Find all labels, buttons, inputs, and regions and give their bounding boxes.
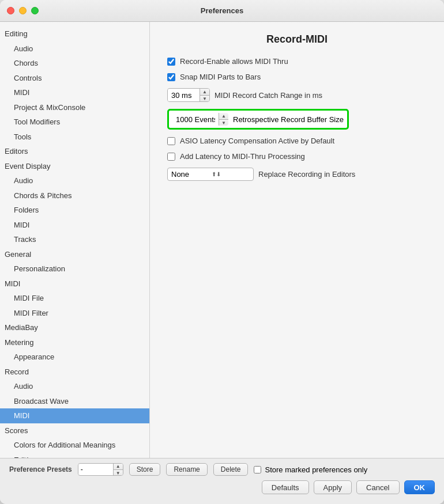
sidebar-item-midi2[interactable]: MIDI	[0, 218, 149, 233]
content-area: EditingAudioChordsControlsMIDIProject & …	[0, 22, 444, 458]
sidebar-item-editing[interactable]: Editing	[0, 26, 149, 41]
sidebar: EditingAudioChordsControlsMIDIProject & …	[0, 22, 150, 458]
traffic-lights	[7, 7, 39, 14]
sidebar-item-project-mixconsole[interactable]: Project & MixConsole	[0, 100, 149, 115]
add-latency-row: Add Latency to MIDI-Thru Processing	[167, 152, 427, 161]
preferences-window: Preferences EditingAudioChordsControlsMI…	[0, 0, 444, 504]
defaults-button[interactable]: Defaults	[262, 480, 309, 494]
asio-latency-row: ASIO Latency Compensation Active by Defa…	[167, 137, 427, 145]
presets-input[interactable]	[78, 464, 113, 475]
sidebar-item-record[interactable]: Record	[0, 365, 149, 380]
snap-midi-row: Snap MIDI Parts to Bars	[167, 73, 427, 81]
bottom-bar: Preference Presets ▲ ▼ Store Rename Dele…	[0, 458, 444, 504]
catch-range-up[interactable]: ▲	[200, 89, 209, 95]
sidebar-item-colors-additional[interactable]: Colors for Additional Meanings	[0, 438, 149, 453]
replace-recording-label: Replace Recording in Editors	[258, 170, 355, 179]
apply-button[interactable]: Apply	[314, 480, 352, 494]
sidebar-item-midi3[interactable]: MIDI	[0, 276, 149, 291]
catch-range-input[interactable]	[168, 89, 200, 101]
sidebar-item-editors[interactable]: Editors	[0, 144, 149, 159]
sidebar-item-tool-modifiers[interactable]: Tool Modifiers	[0, 115, 149, 130]
rename-button[interactable]: Rename	[166, 463, 207, 476]
sidebar-item-audio[interactable]: Audio	[0, 41, 149, 56]
retro-record-row: ▲ ▼ Retrospective Record Buffer Size	[167, 109, 349, 130]
store-marked-label: Store marked preferences only	[265, 465, 367, 474]
replace-recording-row: None ⬆⬇ Replace Recording in Editors	[167, 168, 427, 181]
snap-midi-label: Snap MIDI Parts to Bars	[180, 73, 261, 81]
catch-range-label: MIDI Record Catch Range in ms	[215, 91, 322, 100]
maximize-button[interactable]	[31, 7, 39, 14]
sidebar-item-midi[interactable]: MIDI	[0, 85, 149, 100]
sidebar-item-broadcast-wave[interactable]: Broadcast Wave	[0, 394, 149, 409]
record-enable-label: Record-Enable allows MIDI Thru	[180, 57, 288, 66]
presets-row: Preference Presets ▲ ▼ Store Rename Dele…	[9, 463, 435, 476]
sidebar-item-midi-file[interactable]: MIDI File	[0, 291, 149, 306]
retro-record-down[interactable]: ▼	[219, 119, 228, 126]
replace-recording-value: None	[171, 170, 209, 179]
sidebar-item-editing2[interactable]: Editing	[0, 453, 149, 458]
sidebar-item-audio2[interactable]: Audio	[0, 173, 149, 188]
add-latency-label: Add Latency to MIDI-Thru Processing	[180, 152, 305, 161]
presets-spinner-buttons: ▲ ▼	[113, 463, 123, 476]
sidebar-item-appearance[interactable]: Appearance	[0, 350, 149, 365]
main-panel: Record-MIDI Record-Enable allows MIDI Th…	[150, 22, 444, 458]
snap-midi-checkbox[interactable]	[167, 73, 175, 81]
sidebar-item-midi-selected[interactable]: MIDI	[0, 408, 149, 423]
close-button[interactable]	[7, 7, 14, 14]
sidebar-item-chords-pitches[interactable]: Chords & Pitches	[0, 188, 149, 203]
sidebar-item-controls[interactable]: Controls	[0, 71, 149, 86]
record-enable-checkbox[interactable]	[167, 58, 175, 66]
presets-up[interactable]: ▲	[114, 463, 123, 469]
sidebar-item-midi-filter[interactable]: MIDI Filter	[0, 306, 149, 321]
sidebar-item-tracks[interactable]: Tracks	[0, 232, 149, 247]
window-title: Preferences	[201, 6, 243, 15]
sidebar-item-chords[interactable]: Chords	[0, 56, 149, 71]
buttons-row: Defaults Apply Cancel OK	[9, 480, 435, 494]
presets-down[interactable]: ▼	[114, 469, 123, 476]
ok-button[interactable]: OK	[404, 480, 435, 494]
retro-record-highlighted-wrapper: ▲ ▼ Retrospective Record Buffer Size	[167, 109, 427, 130]
record-enable-row: Record-Enable allows MIDI Thru	[167, 57, 427, 66]
add-latency-checkbox[interactable]	[167, 153, 175, 161]
minimize-button[interactable]	[19, 7, 27, 14]
catch-range-row: ▲ ▼ MIDI Record Catch Range in ms	[167, 88, 427, 102]
sidebar-item-scores[interactable]: Scores	[0, 423, 149, 438]
sidebar-item-folders[interactable]: Folders	[0, 203, 149, 218]
replace-recording-select[interactable]: None ⬆⬇	[167, 168, 254, 181]
delete-button[interactable]: Delete	[213, 463, 249, 476]
store-marked-row: Store marked preferences only	[254, 465, 367, 474]
sidebar-item-personalization[interactable]: Personalization	[0, 262, 149, 276]
catch-range-spinner[interactable]: ▲ ▼	[167, 88, 210, 102]
retro-record-up[interactable]: ▲	[219, 113, 228, 119]
catch-range-down[interactable]: ▼	[200, 95, 209, 101]
sidebar-item-metering[interactable]: Metering	[0, 335, 149, 350]
titlebar: Preferences	[0, 0, 444, 22]
retro-record-label: Retrospective Record Buffer Size	[233, 115, 344, 124]
presets-select[interactable]: ▲ ▼	[78, 463, 123, 476]
store-button[interactable]: Store	[129, 463, 161, 476]
retro-record-spinner[interactable]: ▲ ▼	[172, 113, 228, 126]
catch-range-spinner-buttons: ▲ ▼	[200, 89, 209, 101]
asio-latency-label: ASIO Latency Compensation Active by Defa…	[180, 137, 334, 145]
presets-label: Preference Presets	[9, 465, 72, 473]
sidebar-item-general[interactable]: General	[0, 247, 149, 262]
asio-latency-checkbox[interactable]	[167, 137, 175, 145]
panel-title: Record-MIDI	[167, 33, 427, 46]
sidebar-item-event-display[interactable]: Event Display	[0, 159, 149, 174]
form-section: Record-Enable allows MIDI Thru Snap MIDI…	[167, 57, 427, 181]
retro-record-spinner-buttons: ▲ ▼	[219, 113, 228, 126]
sidebar-item-mediabay[interactable]: MediaBay	[0, 320, 149, 335]
replace-recording-arrow: ⬆⬇	[212, 171, 250, 177]
sidebar-item-audio3[interactable]: Audio	[0, 379, 149, 394]
retro-record-input[interactable]	[172, 113, 219, 126]
store-marked-checkbox[interactable]	[254, 466, 261, 473]
sidebar-item-tools[interactable]: Tools	[0, 130, 149, 145]
cancel-button[interactable]: Cancel	[356, 480, 399, 494]
